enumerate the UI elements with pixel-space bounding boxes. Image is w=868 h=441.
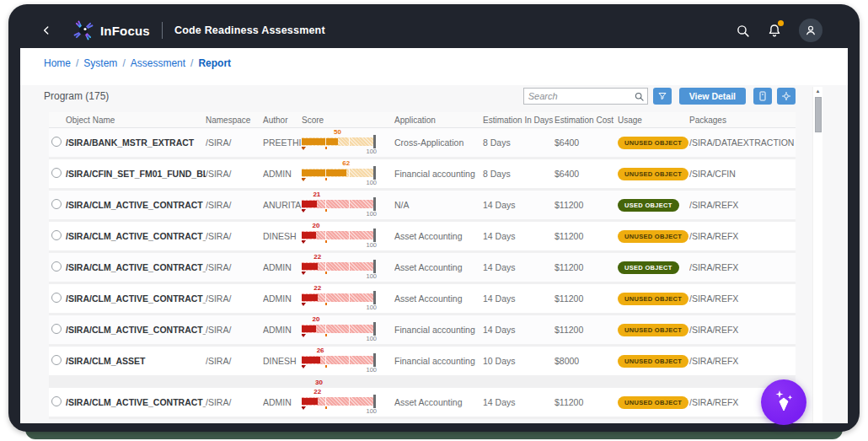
row-select-radio[interactable] <box>51 293 62 303</box>
breadcrumb-item[interactable]: Home <box>44 57 71 69</box>
filter-button[interactable] <box>653 88 672 105</box>
usage-badge: UNUSED OBJECT <box>618 168 689 180</box>
cell-estimation-days: 14 Days <box>483 262 555 272</box>
cell-object-name: /SIRA/CLM_ASSET <box>66 356 206 366</box>
table-row[interactable]: /SIRA/CLM_ASSET /SIRA/ DINESH 26 100 Fin… <box>49 347 796 378</box>
score-gauge-threshold-marker <box>325 240 327 243</box>
row-select-radio[interactable] <box>51 230 62 240</box>
score-gauge-target-marker <box>373 197 376 211</box>
row-select-radio[interactable] <box>51 199 62 209</box>
cell-application: Financial accounting <box>394 356 483 366</box>
breadcrumb-item[interactable]: Report <box>198 57 231 69</box>
column-header[interactable]: Packages <box>689 116 796 125</box>
table-toolbar: Program (175) View Detail <box>44 85 796 107</box>
filter-icon <box>657 91 667 101</box>
score-gauge-value: 21 <box>313 192 320 198</box>
cell-estimation-cost: $11200 <box>555 231 618 241</box>
column-header[interactable]: Application <box>394 116 483 125</box>
column-header[interactable]: Object Name <box>66 116 206 125</box>
usage-badge: UNUSED OBJECT <box>618 230 689 243</box>
table-row[interactable]: /SIRA/CLM_ACTIVE_CONTRACT /SIRA/ ANURITA… <box>49 191 796 222</box>
cell-object-name: /SIRA/CLM_ACTIVE_CONTRACT_CLR <box>66 231 206 241</box>
vertical-scrollbar[interactable]: ▲ <box>812 87 822 423</box>
table-row[interactable]: /SIRA/CLM_ACTIVE_CONTRACT_CLR /SIRA/ DIN… <box>49 222 796 253</box>
breadcrumb-item[interactable]: Assessment <box>131 57 185 69</box>
usage-badge: USED OBJECT <box>618 261 679 274</box>
score-gauge-fill <box>302 325 316 332</box>
content-area: Program (175) View Detail <box>20 85 848 423</box>
score-gauge-zero-marker <box>302 303 306 306</box>
cell-object-name: /SIRA/CLM_ACTIVE_CONTRACT_NCD <box>66 325 206 335</box>
settings-button[interactable] <box>777 88 796 105</box>
score-gauge-value: 62 <box>342 161 350 167</box>
score-gauge-target-marker <box>373 166 376 180</box>
program-table: Object NameNamespaceAuthorScoreApplicati… <box>49 112 796 419</box>
device-frame: InFocus Code Readiness Assessment Home/S… <box>8 4 860 432</box>
cell-packages: /SIRA/CFIN <box>689 169 796 179</box>
search-icon[interactable] <box>736 24 750 38</box>
column-header[interactable]: Estimation Cost <box>555 116 618 125</box>
cell-estimation-days: 14 Days <box>483 231 555 241</box>
table-header: Object NameNamespaceAuthorScoreApplicati… <box>49 112 796 128</box>
row-select-radio[interactable] <box>51 396 62 406</box>
score-gauge-target-marker <box>373 322 376 336</box>
scroll-up-icon[interactable]: ▲ <box>813 87 822 95</box>
user-avatar[interactable] <box>799 19 822 42</box>
table-row[interactable]: /SIRA/CLM_ACTIVE_CONTRACT_EL /SIRA/ ADMI… <box>49 388 796 419</box>
bell-icon[interactable] <box>767 23 782 38</box>
export-icon <box>758 91 767 101</box>
view-detail-button[interactable]: View Detail <box>679 88 746 105</box>
clipped-gauge-value: 30 <box>315 379 323 386</box>
column-header[interactable]: Usage <box>618 116 689 125</box>
column-header[interactable]: Score <box>302 116 394 125</box>
search-field-icon[interactable] <box>634 90 645 105</box>
search-input[interactable] <box>523 88 648 105</box>
cell-author: ANURITA <box>263 200 302 210</box>
row-select-radio[interactable] <box>51 324 62 334</box>
breadcrumb-separator: / <box>190 57 193 69</box>
table-row[interactable]: /SIRA/CLM_ACTIVE_CONTRACT_CMC /SIRA/ ADM… <box>49 253 796 284</box>
score-gauge: 62 100 <box>302 161 373 186</box>
row-select-radio[interactable] <box>51 261 62 272</box>
app-title: Code Readiness Assessment <box>174 24 325 36</box>
table-row[interactable]: /SIRA/CLM_ACTIVE_CONTRACT_NCD /SIRA/ ADM… <box>49 315 796 347</box>
cell-object-name: /SIRA/CLM_ACTIVE_CONTRACT_EL <box>66 397 206 407</box>
cell-application: Financial accounting <box>394 169 483 179</box>
cell-estimation-days: 8 Days <box>483 137 555 148</box>
score-gauge-max-label: 100 <box>366 148 377 155</box>
breadcrumb-separator: / <box>76 57 78 69</box>
screen: Home/System/Assessment/Report Program (1… <box>20 48 848 423</box>
score-gauge-target-marker <box>373 260 376 273</box>
back-icon[interactable] <box>40 24 52 36</box>
row-select-radio[interactable] <box>51 355 62 365</box>
score-gauge-fill <box>302 357 320 363</box>
brand-name: InFocus <box>100 24 150 38</box>
column-header[interactable]: Estimation In Days <box>483 116 555 125</box>
score-gauge: 26 100 <box>302 348 373 374</box>
score-gauge-max-label: 100 <box>366 407 377 415</box>
gem-sparkle-icon <box>769 388 798 417</box>
infocus-logo-icon <box>72 19 94 41</box>
usage-badge: UNUSED OBJECT <box>618 293 689 305</box>
row-select-radio[interactable] <box>51 137 62 147</box>
notification-dot <box>778 20 784 26</box>
score-gauge-fill <box>302 294 318 301</box>
cell-namespace: /SIRA/ <box>206 200 263 210</box>
column-header[interactable]: Author <box>263 116 302 125</box>
column-header[interactable]: Namespace <box>206 116 263 125</box>
scrollbar-thumb[interactable] <box>815 97 822 132</box>
cell-author: ADMIN <box>263 293 302 304</box>
export-button[interactable] <box>753 88 772 105</box>
cell-estimation-days: 14 Days <box>483 397 555 407</box>
clipped-row-gap: 30 <box>49 378 796 388</box>
score-gauge-zero-marker <box>302 209 306 212</box>
table-row[interactable]: /SIRA/CFIN_SET_FM01_FUND_BLANK /SIRA/ AD… <box>49 159 796 191</box>
row-select-radio[interactable] <box>51 168 62 178</box>
breadcrumb-item[interactable]: System <box>83 57 117 69</box>
cell-object-name: /SIRA/CLM_ACTIVE_CONTRACT <box>66 200 206 210</box>
cell-estimation-cost: $11200 <box>555 293 618 304</box>
score-gauge-value: 50 <box>334 130 341 136</box>
ai-assistant-button[interactable] <box>761 379 806 425</box>
table-row[interactable]: /SIRA/CLM_ACTIVE_CONTRACT_EL /SIRA/ ADMI… <box>49 284 796 315</box>
table-row[interactable]: /SIRA/BANK_MSTR_EXTRACT /SIRA/ PREETHI 5… <box>49 128 796 159</box>
